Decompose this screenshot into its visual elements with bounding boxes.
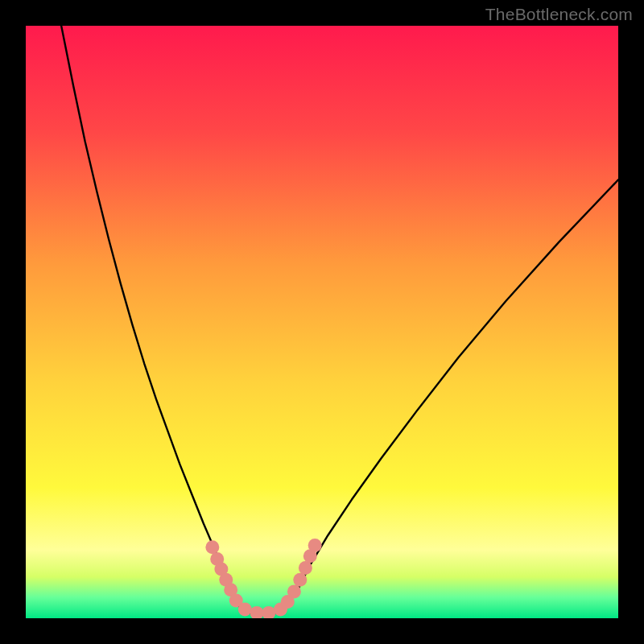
- gradient-background: [26, 26, 618, 618]
- marker-dot: [308, 539, 322, 552]
- marker-dot: [238, 602, 252, 616]
- chart-frame: TheBottleneck.com: [0, 0, 644, 644]
- watermark-text: TheBottleneck.com: [485, 5, 633, 24]
- marker-dot: [205, 540, 219, 554]
- marker-dot: [293, 573, 307, 587]
- chart-svg: [26, 26, 618, 618]
- plot-area: [26, 26, 618, 618]
- marker-dot: [299, 561, 312, 575]
- marker-dot: [287, 584, 301, 598]
